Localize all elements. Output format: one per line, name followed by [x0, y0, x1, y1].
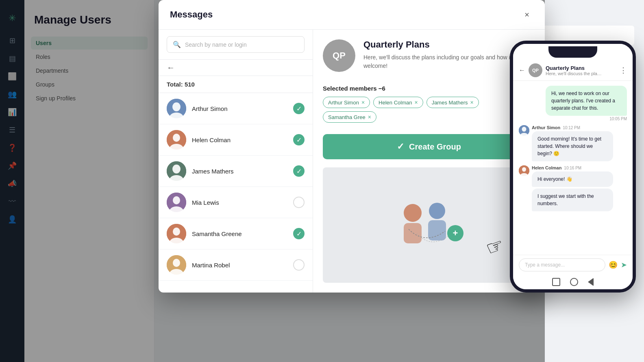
- user-name-martina: Martina Robel: [192, 262, 287, 269]
- phone-home-back-btn[interactable]: [588, 278, 594, 286]
- search-input-wrap: 🔍: [167, 36, 305, 53]
- create-group-button[interactable]: ✓ Create Group: [323, 134, 535, 159]
- modal-total: Total: 510: [159, 76, 313, 93]
- user-name-arthur: Arthur Simon: [192, 105, 287, 112]
- user-list: Arthur Simon ✓ Helen Col: [159, 93, 313, 293]
- member-tag-samantha-name: Samantha Gree: [328, 114, 366, 120]
- user-check-james[interactable]: ✓: [293, 165, 305, 177]
- member-tag-james[interactable]: James Mathers ×: [426, 97, 479, 108]
- user-item-mia[interactable]: Mia Lewis: [159, 187, 313, 218]
- phone-header-name: Quarterly Plans: [546, 65, 616, 71]
- group-info: Quarterly Plans Here, we'll discuss the …: [363, 39, 535, 78]
- message-received-helen: Helen Colman 10:16 PM Hi everyone! 👋 I s…: [519, 165, 627, 211]
- phone-send-button[interactable]: ➤: [621, 260, 627, 269]
- user-avatar-james: [167, 161, 186, 181]
- svg-point-13: [173, 228, 180, 236]
- cursor-hand-icon: ☞: [483, 231, 514, 262]
- user-check-arthur[interactable]: ✓: [293, 103, 305, 114]
- search-icon: 🔍: [173, 41, 181, 48]
- arthur-msg-time: 10:12 PM: [563, 126, 580, 130]
- user-avatar-martina: [167, 255, 186, 275]
- member-tag-james-name: James Mathers: [432, 100, 468, 106]
- member-tag-james-remove[interactable]: ×: [470, 99, 474, 106]
- user-item-samantha[interactable]: Samantha Greene ✓: [159, 218, 313, 249]
- back-button[interactable]: ←: [167, 63, 175, 72]
- messages-modal: Messages × 🔍 ←: [159, 0, 545, 293]
- user-avatar-mia: [167, 193, 186, 212]
- member-tag-samantha-remove[interactable]: ×: [368, 114, 371, 120]
- helen-msg-time: 10:16 PM: [564, 166, 581, 170]
- phone-message-input[interactable]: [519, 258, 605, 271]
- phone-more-button[interactable]: ⋮: [620, 66, 627, 75]
- helen-msg-content: Helen Colman 10:16 PM Hi everyone! 👋 I s…: [532, 165, 627, 211]
- members-tags-list: Arthur Simon × Helen Colman × James Math…: [323, 97, 535, 123]
- user-check-martina[interactable]: [293, 259, 305, 271]
- phone-header-info: Quarterly Plans Here, we'll discuss the …: [546, 65, 616, 76]
- member-tag-helen-remove[interactable]: ×: [414, 99, 418, 106]
- member-tag-samantha[interactable]: Samantha Gree ×: [323, 111, 376, 123]
- phone-header-subtitle: Here, we'll discuss the plans ...: [546, 71, 603, 76]
- phone-notch: [548, 46, 597, 58]
- group-description: Here, we'll discuss the plans including …: [363, 53, 535, 70]
- member-tag-arthur-name: Arthur Simon: [328, 100, 359, 106]
- helen-avatar-msg: [519, 165, 529, 176]
- modal-overlay: Messages × 🔍 ←: [0, 0, 545, 362]
- svg-point-25: [522, 127, 527, 132]
- user-check-helen[interactable]: ✓: [293, 134, 305, 145]
- modal-close-button[interactable]: ×: [520, 8, 533, 21]
- svg-point-18: [404, 204, 422, 222]
- user-name-james: James Mathers: [192, 168, 287, 175]
- modal-body: 🔍 ← Total: 510: [159, 30, 545, 293]
- user-item-arthur[interactable]: Arthur Simon ✓: [159, 93, 313, 124]
- svg-point-20: [429, 203, 445, 219]
- user-name-samantha: Samantha Greene: [192, 230, 287, 237]
- user-item-james[interactable]: James Mathers ✓: [159, 156, 313, 187]
- phone-emoji-button[interactable]: 😊: [609, 260, 618, 269]
- member-tag-arthur[interactable]: Arthur Simon ×: [323, 97, 370, 108]
- arthur-name-time: Arthur Simon 10:12 PM: [532, 125, 627, 130]
- svg-rect-19: [404, 223, 422, 243]
- member-tag-arthur-remove[interactable]: ×: [361, 99, 365, 106]
- phone-home-circle-btn[interactable]: [570, 278, 578, 286]
- svg-text:+: +: [453, 228, 458, 238]
- svg-point-10: [173, 196, 180, 204]
- arthur-avatar-msg: [519, 125, 529, 136]
- user-avatar-samantha: [167, 224, 186, 243]
- phone-messages-area: Hi, we need to work on our quarterly pla…: [513, 81, 633, 255]
- group-avatar: QP: [323, 39, 355, 72]
- svg-point-16: [173, 259, 180, 267]
- svg-point-1: [172, 102, 181, 111]
- phone-input-bar: 😊 ➤: [513, 255, 633, 275]
- user-check-mia[interactable]: [293, 197, 305, 208]
- phone-mockup: ← QP Quarterly Plans Here, we'll discuss…: [510, 41, 636, 293]
- member-tag-helen-name: Helen Colman: [379, 100, 412, 106]
- message-sent-1: Hi, we need to work on our quarterly pla…: [546, 86, 627, 121]
- modal-title: Messages: [170, 9, 213, 20]
- user-item-helen[interactable]: Helen Colman ✓: [159, 124, 313, 156]
- sent-time-1: 10:05 PM: [546, 117, 627, 121]
- app-container: ✳ ⊞ ▤ ⬜ 👥 📊 ☰ ❓ 📌 📣 〰 👤 Manage Users Use…: [0, 0, 644, 362]
- helen-bubble-1: Hi everyone! 👋: [532, 171, 613, 187]
- sent-bubble-1: Hi, we need to work on our quarterly pla…: [546, 86, 627, 116]
- create-group-label: Create Group: [409, 142, 461, 152]
- selected-members-label: Selected members −6: [323, 85, 535, 92]
- user-check-samantha[interactable]: ✓: [293, 228, 305, 239]
- member-tag-helen[interactable]: Helen Colman ×: [373, 97, 423, 108]
- user-item-martina[interactable]: Martina Robel: [159, 249, 313, 281]
- modal-left-panel: 🔍 ← Total: 510: [159, 30, 313, 293]
- svg-point-28: [522, 167, 526, 172]
- arthur-bubble-1: Good morning! It's time to get started. …: [532, 131, 613, 161]
- phone-home-square-btn[interactable]: [552, 278, 560, 286]
- helen-bubble-2: I suggest we start with the numbers.: [532, 189, 613, 211]
- modal-search-area: 🔍: [159, 30, 313, 60]
- modal-right-bottom: + ☞: [323, 167, 535, 283]
- helen-name-time: Helen Colman 10:16 PM: [532, 165, 627, 170]
- helen-sender-name: Helen Colman: [532, 165, 561, 170]
- message-received-arthur: Arthur Simon 10:12 PM Good morning! It's…: [519, 125, 627, 161]
- svg-point-7: [172, 165, 181, 173]
- create-group-check-icon: ✓: [397, 141, 404, 152]
- svg-rect-21: [428, 220, 446, 241]
- user-avatar-helen: [167, 130, 186, 150]
- phone-back-button[interactable]: ←: [519, 67, 525, 74]
- search-input[interactable]: [185, 41, 298, 48]
